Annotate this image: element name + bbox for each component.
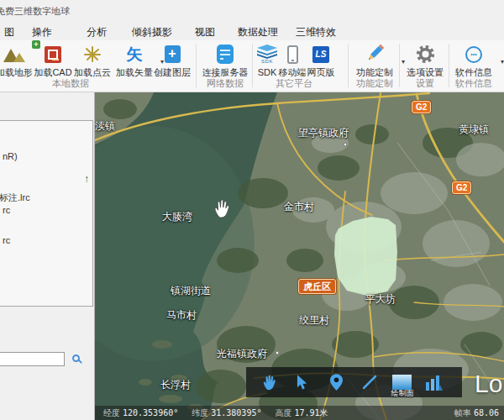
hand-icon: [261, 374, 277, 391]
pointcloud-burst-icon: [71, 43, 114, 66]
group-label-local-data: 本地数据: [52, 77, 89, 90]
gear-icon: [402, 43, 448, 66]
load-cad-button[interactable]: 加载CAD: [31, 43, 75, 77]
menu-item-effects[interactable]: 三维特效: [296, 25, 336, 39]
framerate-readout: 帧率68.06: [454, 407, 499, 419]
window-title: 免费三维数字地球: [0, 5, 70, 18]
menu-item-analysis[interactable]: 分析: [87, 25, 107, 39]
place-label: 大腠湾: [162, 210, 192, 224]
group-label-customize: 功能定制: [356, 77, 393, 90]
map-tools-bar: 绘制面: [246, 367, 462, 397]
group-divider: [399, 44, 400, 87]
web-version-button[interactable]: LS 网页版: [305, 43, 337, 77]
placemark-tool-button[interactable]: [325, 373, 347, 391]
place-label: 平大坊: [365, 292, 396, 307]
software-info-button[interactable]: 软件信息: [451, 43, 496, 77]
connect-server-button[interactable]: 连接服务器: [199, 43, 251, 77]
group-label-network-data: 网络数据: [207, 77, 244, 90]
menu-bar: 图 操作 分析 倾斜摄影 视图 数据处理 三维特效: [0, 24, 504, 40]
cursor-arrow-icon: [297, 375, 309, 391]
dropdown-caret-icon: [501, 58, 504, 66]
group-label-info: 软件信息: [455, 77, 492, 90]
place-label: 马市村: [166, 308, 197, 323]
load-pointcloud-button[interactable]: 加载点云: [71, 43, 114, 77]
server-icon: [199, 43, 251, 66]
ribbon-toolbar: 加载地形 加载CAD 加载点云 矢 加载矢量 创建图层 连接服务器: [0, 40, 504, 92]
statistics-tool-button[interactable]: [423, 373, 445, 391]
cad-icon: [31, 43, 75, 66]
menu-item-map[interactable]: 图: [4, 25, 14, 39]
tree-item[interactable]: rc: [3, 235, 10, 245]
select-tool-button[interactable]: [291, 373, 313, 391]
menu-item-operate[interactable]: 操作: [32, 25, 52, 39]
place-label: 镇湖街道: [171, 284, 211, 298]
pan-tool-button[interactable]: [258, 373, 280, 391]
map-viewport[interactable]: 渎镇 望亭镇政府 黄埭镇 大腠湾 金市村 镇湖街道 马市村 绞里村 平大坊 光福…: [95, 92, 504, 420]
group-label-settings: 设置: [416, 77, 434, 90]
title-bar: 免费三维数字地球: [0, 0, 504, 24]
latitude-readout: 纬度31.380395°: [192, 407, 261, 419]
poi-dot: [276, 351, 279, 354]
customize-button[interactable]: 功能定制: [352, 43, 397, 77]
group-divider: [449, 44, 449, 87]
status-bar: 经度120.353960° 纬度31.380395° 高度17.91米 帧率68…: [95, 406, 504, 420]
tree-item[interactable]: rc: [3, 205, 10, 215]
selection-polygon: [334, 217, 397, 296]
place-label: 渎镇: [95, 119, 115, 134]
longitude-readout: 经度120.353960°: [103, 407, 178, 419]
pencil-icon: [352, 43, 397, 66]
group-divider: [196, 44, 197, 87]
place-label: 绞里村: [299, 313, 329, 328]
info-circle-icon: [451, 43, 496, 66]
line-icon: [362, 375, 377, 390]
create-layer-button[interactable]: 创建图层: [150, 43, 194, 77]
group-divider: [348, 44, 349, 87]
draw-polygon-label: 绘制面: [386, 388, 419, 399]
layer-tree-panel[interactable]: nR) ↑ 标注.lrc rc rc: [0, 120, 93, 307]
place-label: 金市村: [284, 200, 314, 214]
up-arrow-icon[interactable]: ↑: [84, 173, 89, 185]
place-label: 望亭镇政府: [298, 126, 349, 140]
highway-badge-g2: G2: [452, 181, 471, 194]
menu-item-oblique[interactable]: 倾斜摄影: [132, 25, 172, 39]
menu-item-view[interactable]: 视图: [195, 25, 215, 39]
poi-dot: [344, 143, 347, 146]
tree-item[interactable]: 标注.lrc: [0, 192, 30, 204]
options-button[interactable]: 选项设置: [402, 43, 448, 77]
menu-item-dataproc[interactable]: 数据处理: [238, 25, 278, 39]
place-label: 长浮村: [160, 378, 191, 392]
hand-cursor-icon: [213, 198, 231, 222]
mobile-phone-icon: [276, 43, 308, 66]
tree-item[interactable]: nR): [3, 151, 18, 161]
highway-badge-g2: G2: [412, 101, 431, 113]
group-label-platforms: 其它平台: [276, 77, 312, 90]
search-input[interactable]: [0, 352, 65, 366]
bar-chart-icon: [426, 375, 443, 391]
place-label: 光福镇政府: [217, 347, 267, 361]
district-badge: 虎丘区: [298, 279, 336, 294]
search-icon[interactable]: [72, 354, 80, 362]
web-ls-icon: LS: [305, 43, 337, 66]
location-pin-icon: [330, 374, 343, 391]
application-window: 免费三维数字地球 图 操作 分析 倾斜摄影 视图 数据处理 三维特效 加载地形 …: [0, 0, 504, 420]
locaspace-watermark: Lo: [475, 370, 502, 398]
mobile-button[interactable]: 移动端: [276, 43, 308, 77]
layer-sidebar: nR) ↑ 标注.lrc rc rc: [0, 92, 95, 420]
new-layer-icon: [150, 43, 194, 66]
altitude-readout: 高度17.91米: [275, 407, 328, 419]
draw-line-tool-button[interactable]: [359, 373, 381, 391]
place-label: 黄埭镇: [459, 123, 489, 137]
